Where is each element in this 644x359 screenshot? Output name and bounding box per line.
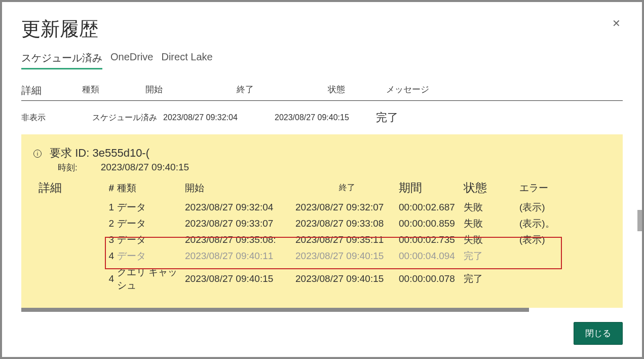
dr-error[interactable]: (表示) xyxy=(519,233,565,246)
row-end: 2023/08/27 09:40:15 xyxy=(275,113,376,122)
dr-kind: クエリ キャッシュ xyxy=(114,266,185,292)
th-end: 終了 xyxy=(237,84,328,97)
request-id-value: 3e555d10-( xyxy=(92,147,149,159)
close-button[interactable]: 閉じる xyxy=(574,322,623,345)
time-value: 2023/08/27 09:40:15 xyxy=(101,162,189,172)
th-kind: 種類 xyxy=(82,84,145,97)
dr-dur: 00:00:02.735 xyxy=(399,234,464,245)
dh-dur: 期間 xyxy=(399,180,464,196)
dr-dur: 00:00:04.094 xyxy=(399,250,464,262)
info-icon: i xyxy=(33,150,42,158)
summary-row: 非表示 スケジュール済み 2023/08/27 09:32:04 2023/08… xyxy=(21,101,623,134)
dr-end: 2023/08/27 09:35:11 xyxy=(295,234,399,245)
tabs: スケジュール済み OneDrive Direct Lake xyxy=(21,51,623,69)
dr-end: 2023/08/27 09:33:08 xyxy=(295,218,399,229)
dr-num: 3 xyxy=(102,234,114,245)
dr-end: 2023/08/27 09:40:15 xyxy=(295,273,399,284)
main-table-header: 詳細 種類 開始 終了 状態 メッセージ xyxy=(21,84,623,101)
dr-dur: 00:00:00.078 xyxy=(399,273,464,284)
detail-row: 1 データ 2023/08/27 09:32:04 2023/08/27 09:… xyxy=(33,199,611,216)
dh-status: 状態 xyxy=(464,180,519,196)
row-start: 2023/08/27 09:32:04 xyxy=(163,113,275,122)
detail-row: 4 クエリ キャッシュ 2023/08/27 09:40:15 2023/08/… xyxy=(33,264,611,294)
dr-error[interactable]: (表示) xyxy=(519,201,565,214)
dh-start: 開始 xyxy=(185,182,295,195)
dialog-title: 更新履歴 xyxy=(21,16,98,42)
dr-status: 完了 xyxy=(464,272,519,285)
dr-status: 完了 xyxy=(464,249,519,263)
dr-num: 2 xyxy=(102,218,114,229)
detail-row: 3 データ 2023/08/27 09:35:08: 2023/08/27 09… xyxy=(33,232,611,248)
th-status: 状態 xyxy=(328,84,386,97)
horizontal-scrollbar[interactable] xyxy=(21,308,529,312)
detail-row: 2 データ 2023/08/27 09:33:07 2023/08/27 09:… xyxy=(33,216,611,232)
dr-kind: データ xyxy=(114,201,185,214)
dh-error: エラー xyxy=(519,182,565,195)
dr-dur: 00:00:02.687 xyxy=(399,202,464,213)
refresh-history-dialog: 更新履歴 ✕ スケジュール済み OneDrive Direct Lake 詳細 … xyxy=(2,2,642,357)
dr-kind: データ xyxy=(114,217,185,230)
time-label: 時刻: xyxy=(58,162,98,173)
request-id-label: 要求 ID: xyxy=(50,147,89,159)
th-message: メッセージ xyxy=(386,84,623,97)
tab-scheduled[interactable]: スケジュール済み xyxy=(21,51,102,69)
dr-status: 失敗 xyxy=(464,233,519,246)
dr-start: 2023/08/27 09:40:15 xyxy=(185,273,295,284)
dr-end: 2023/08/27 09:32:07 xyxy=(295,202,399,213)
dr-status: 失敗 xyxy=(464,201,519,214)
dr-num: 1 xyxy=(102,202,114,213)
row-status: 完了 xyxy=(376,110,434,125)
detail-row: 4 データ 2023/08/27 09:40:11 2023/08/27 09:… xyxy=(33,248,611,264)
close-icon[interactable]: ✕ xyxy=(610,16,623,30)
dr-num: 4 xyxy=(102,273,114,284)
dr-kind: データ xyxy=(114,249,185,263)
dr-kind: データ xyxy=(114,233,185,246)
toggle-detail-link[interactable]: 非表示 xyxy=(21,113,92,123)
dr-num: 4 xyxy=(102,250,114,262)
tab-directlake[interactable]: Direct Lake xyxy=(161,51,212,69)
dr-end: 2023/08/27 09:40:15 xyxy=(295,250,399,262)
dh-num: # xyxy=(102,183,114,194)
dr-status: 失敗 xyxy=(464,217,519,230)
dr-dur: 00:00:00.859 xyxy=(399,218,464,229)
detail-panel: i 要求 ID: 3e555d10-( 時刻: 2023/08/27 09:40… xyxy=(21,134,623,308)
dr-error[interactable]: (表示)。 xyxy=(519,217,565,230)
dh-end: 終了 xyxy=(295,183,399,193)
detail-table-header: 詳細 # 種類 開始 終了 期間 状態 エラー xyxy=(33,178,611,197)
dr-start: 2023/08/27 09:33:07 xyxy=(185,218,295,229)
dr-start: 2023/08/27 09:32:04 xyxy=(185,202,295,213)
dr-start: 2023/08/27 09:40:11 xyxy=(185,250,295,262)
dr-start: 2023/08/27 09:35:08: xyxy=(185,234,295,245)
row-kind: スケジュール済み xyxy=(92,113,163,123)
vertical-scrollbar[interactable] xyxy=(637,210,642,231)
dh-kind: 種類 xyxy=(114,182,185,195)
th-detail: 詳細 xyxy=(21,84,82,97)
tab-onedrive[interactable]: OneDrive xyxy=(110,51,153,69)
th-start: 開始 xyxy=(145,84,237,97)
detail-section-label: 詳細 xyxy=(39,180,102,196)
